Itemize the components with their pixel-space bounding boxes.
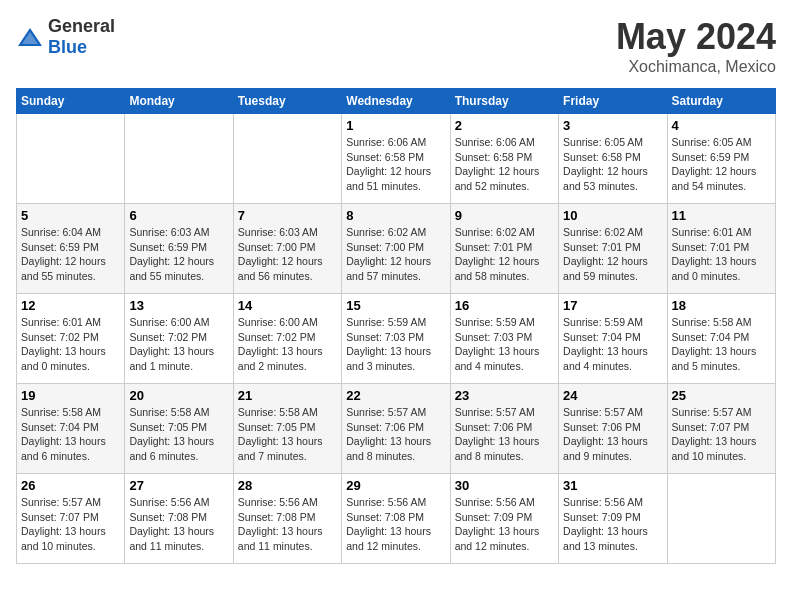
day-info: Sunrise: 6:05 AM Sunset: 6:58 PM Dayligh… [563, 135, 662, 194]
calendar-cell: 23Sunrise: 5:57 AM Sunset: 7:06 PM Dayli… [450, 384, 558, 474]
logo-text: General Blue [48, 16, 115, 58]
day-info: Sunrise: 5:56 AM Sunset: 7:09 PM Dayligh… [455, 495, 554, 554]
day-number: 10 [563, 208, 662, 223]
calendar-week-row: 1Sunrise: 6:06 AM Sunset: 6:58 PM Daylig… [17, 114, 776, 204]
day-info: Sunrise: 6:06 AM Sunset: 6:58 PM Dayligh… [346, 135, 445, 194]
day-info: Sunrise: 5:56 AM Sunset: 7:08 PM Dayligh… [346, 495, 445, 554]
day-number: 9 [455, 208, 554, 223]
calendar-cell [667, 474, 775, 564]
calendar-cell: 3Sunrise: 6:05 AM Sunset: 6:58 PM Daylig… [559, 114, 667, 204]
day-info: Sunrise: 6:04 AM Sunset: 6:59 PM Dayligh… [21, 225, 120, 284]
calendar-table: SundayMondayTuesdayWednesdayThursdayFrid… [16, 88, 776, 564]
day-info: Sunrise: 5:56 AM Sunset: 7:08 PM Dayligh… [129, 495, 228, 554]
calendar-cell: 12Sunrise: 6:01 AM Sunset: 7:02 PM Dayli… [17, 294, 125, 384]
day-number: 17 [563, 298, 662, 313]
calendar-cell: 22Sunrise: 5:57 AM Sunset: 7:06 PM Dayli… [342, 384, 450, 474]
calendar-cell: 2Sunrise: 6:06 AM Sunset: 6:58 PM Daylig… [450, 114, 558, 204]
calendar-cell: 7Sunrise: 6:03 AM Sunset: 7:00 PM Daylig… [233, 204, 341, 294]
day-info: Sunrise: 6:01 AM Sunset: 7:02 PM Dayligh… [21, 315, 120, 374]
calendar-cell: 24Sunrise: 5:57 AM Sunset: 7:06 PM Dayli… [559, 384, 667, 474]
weekday-header-monday: Monday [125, 89, 233, 114]
calendar-cell: 27Sunrise: 5:56 AM Sunset: 7:08 PM Dayli… [125, 474, 233, 564]
calendar-cell: 16Sunrise: 5:59 AM Sunset: 7:03 PM Dayli… [450, 294, 558, 384]
weekday-header-tuesday: Tuesday [233, 89, 341, 114]
day-number: 6 [129, 208, 228, 223]
page-header: General Blue May 2024 Xochimanca, Mexico [16, 16, 776, 76]
weekday-header-sunday: Sunday [17, 89, 125, 114]
day-info: Sunrise: 5:57 AM Sunset: 7:06 PM Dayligh… [346, 405, 445, 464]
calendar-cell: 18Sunrise: 5:58 AM Sunset: 7:04 PM Dayli… [667, 294, 775, 384]
weekday-header-friday: Friday [559, 89, 667, 114]
weekday-header-saturday: Saturday [667, 89, 775, 114]
calendar-cell: 1Sunrise: 6:06 AM Sunset: 6:58 PM Daylig… [342, 114, 450, 204]
day-number: 30 [455, 478, 554, 493]
day-number: 14 [238, 298, 337, 313]
day-info: Sunrise: 6:00 AM Sunset: 7:02 PM Dayligh… [238, 315, 337, 374]
day-number: 25 [672, 388, 771, 403]
day-info: Sunrise: 6:03 AM Sunset: 6:59 PM Dayligh… [129, 225, 228, 284]
day-number: 29 [346, 478, 445, 493]
day-number: 11 [672, 208, 771, 223]
day-number: 28 [238, 478, 337, 493]
day-number: 23 [455, 388, 554, 403]
calendar-cell: 25Sunrise: 5:57 AM Sunset: 7:07 PM Dayli… [667, 384, 775, 474]
day-number: 5 [21, 208, 120, 223]
logo-blue: Blue [48, 37, 87, 57]
day-number: 3 [563, 118, 662, 133]
day-info: Sunrise: 5:57 AM Sunset: 7:06 PM Dayligh… [455, 405, 554, 464]
day-number: 18 [672, 298, 771, 313]
day-number: 1 [346, 118, 445, 133]
day-number: 12 [21, 298, 120, 313]
calendar-week-row: 19Sunrise: 5:58 AM Sunset: 7:04 PM Dayli… [17, 384, 776, 474]
calendar-cell: 31Sunrise: 5:56 AM Sunset: 7:09 PM Dayli… [559, 474, 667, 564]
calendar-cell: 15Sunrise: 5:59 AM Sunset: 7:03 PM Dayli… [342, 294, 450, 384]
calendar-cell [233, 114, 341, 204]
calendar-cell [17, 114, 125, 204]
day-info: Sunrise: 5:59 AM Sunset: 7:04 PM Dayligh… [563, 315, 662, 374]
weekday-header-thursday: Thursday [450, 89, 558, 114]
calendar-cell: 14Sunrise: 6:00 AM Sunset: 7:02 PM Dayli… [233, 294, 341, 384]
title-block: May 2024 Xochimanca, Mexico [616, 16, 776, 76]
day-number: 20 [129, 388, 228, 403]
day-info: Sunrise: 6:05 AM Sunset: 6:59 PM Dayligh… [672, 135, 771, 194]
day-number: 27 [129, 478, 228, 493]
day-info: Sunrise: 6:02 AM Sunset: 7:01 PM Dayligh… [455, 225, 554, 284]
day-info: Sunrise: 5:59 AM Sunset: 7:03 PM Dayligh… [346, 315, 445, 374]
calendar-cell: 9Sunrise: 6:02 AM Sunset: 7:01 PM Daylig… [450, 204, 558, 294]
day-number: 19 [21, 388, 120, 403]
day-info: Sunrise: 6:03 AM Sunset: 7:00 PM Dayligh… [238, 225, 337, 284]
day-number: 4 [672, 118, 771, 133]
calendar-cell: 28Sunrise: 5:56 AM Sunset: 7:08 PM Dayli… [233, 474, 341, 564]
day-info: Sunrise: 6:02 AM Sunset: 7:00 PM Dayligh… [346, 225, 445, 284]
calendar-cell: 13Sunrise: 6:00 AM Sunset: 7:02 PM Dayli… [125, 294, 233, 384]
day-info: Sunrise: 5:57 AM Sunset: 7:07 PM Dayligh… [672, 405, 771, 464]
calendar-week-row: 12Sunrise: 6:01 AM Sunset: 7:02 PM Dayli… [17, 294, 776, 384]
day-info: Sunrise: 5:58 AM Sunset: 7:04 PM Dayligh… [672, 315, 771, 374]
logo-icon [16, 26, 44, 48]
day-info: Sunrise: 6:01 AM Sunset: 7:01 PM Dayligh… [672, 225, 771, 284]
day-number: 22 [346, 388, 445, 403]
calendar-cell: 29Sunrise: 5:56 AM Sunset: 7:08 PM Dayli… [342, 474, 450, 564]
calendar-cell: 19Sunrise: 5:58 AM Sunset: 7:04 PM Dayli… [17, 384, 125, 474]
calendar-cell: 10Sunrise: 6:02 AM Sunset: 7:01 PM Dayli… [559, 204, 667, 294]
calendar-cell: 26Sunrise: 5:57 AM Sunset: 7:07 PM Dayli… [17, 474, 125, 564]
weekday-header-wednesday: Wednesday [342, 89, 450, 114]
calendar-cell: 8Sunrise: 6:02 AM Sunset: 7:00 PM Daylig… [342, 204, 450, 294]
day-number: 21 [238, 388, 337, 403]
day-info: Sunrise: 5:58 AM Sunset: 7:05 PM Dayligh… [129, 405, 228, 464]
calendar-week-row: 5Sunrise: 6:04 AM Sunset: 6:59 PM Daylig… [17, 204, 776, 294]
weekday-header-row: SundayMondayTuesdayWednesdayThursdayFrid… [17, 89, 776, 114]
day-number: 13 [129, 298, 228, 313]
day-info: Sunrise: 6:00 AM Sunset: 7:02 PM Dayligh… [129, 315, 228, 374]
calendar-title: May 2024 [616, 16, 776, 58]
logo: General Blue [16, 16, 115, 58]
day-number: 8 [346, 208, 445, 223]
day-info: Sunrise: 6:06 AM Sunset: 6:58 PM Dayligh… [455, 135, 554, 194]
day-number: 15 [346, 298, 445, 313]
day-info: Sunrise: 5:58 AM Sunset: 7:04 PM Dayligh… [21, 405, 120, 464]
calendar-cell: 4Sunrise: 6:05 AM Sunset: 6:59 PM Daylig… [667, 114, 775, 204]
calendar-cell: 6Sunrise: 6:03 AM Sunset: 6:59 PM Daylig… [125, 204, 233, 294]
day-number: 24 [563, 388, 662, 403]
day-number: 26 [21, 478, 120, 493]
day-info: Sunrise: 5:56 AM Sunset: 7:08 PM Dayligh… [238, 495, 337, 554]
